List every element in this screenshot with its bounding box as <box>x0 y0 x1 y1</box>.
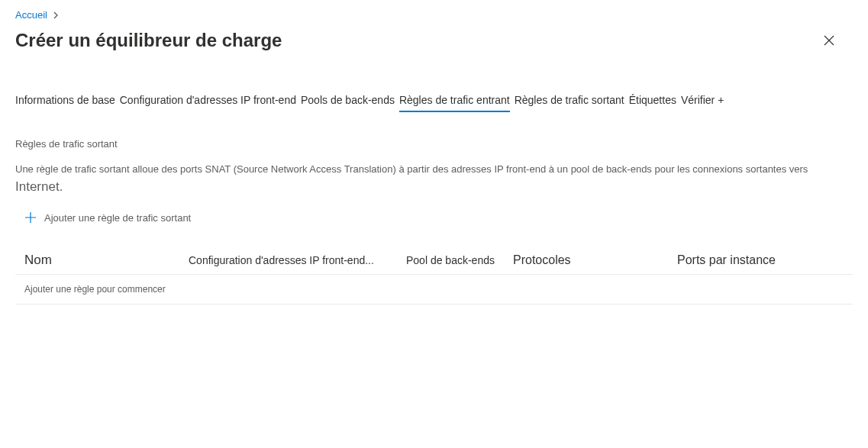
breadcrumb-home-link[interactable]: Accueil <box>15 9 47 21</box>
outbound-desc-text: Une règle de trafic sortant alloue des p… <box>15 163 808 175</box>
outbound-rules-table: Nom Configuration d'adresses IP front-en… <box>0 224 868 305</box>
table-header-row: Nom Configuration d'adresses IP front-en… <box>15 253 853 274</box>
plus-icon <box>24 211 37 224</box>
column-frontend-ip[interactable]: Configuration d'adresses IP front-end... <box>189 254 406 266</box>
outbound-section-description: Une règle de trafic sortant alloue des p… <box>0 150 868 196</box>
breadcrumb: Accueil <box>0 0 868 24</box>
table-empty-row: Ajouter une règle pour commencer <box>15 274 853 305</box>
tab-backend-pools[interactable]: Pools de back-ends <box>301 94 395 112</box>
column-protocols[interactable]: Protocoles <box>513 253 677 267</box>
tab-outbound-rules[interactable]: Règles de trafic sortant <box>515 94 624 112</box>
page-title: Créer un équilibreur de charge <box>15 30 282 51</box>
tab-basics[interactable]: Informations de base <box>15 94 115 112</box>
close-button[interactable] <box>821 32 837 49</box>
column-name[interactable]: Nom <box>24 253 189 268</box>
outbound-section-heading: Règles de trafic sortant <box>0 112 868 150</box>
tab-frontend-ip[interactable]: Configuration d'adresses IP front-end <box>120 94 296 112</box>
add-outbound-rule-button[interactable]: Ajouter une règle de trafic sortant <box>0 196 868 224</box>
add-outbound-rule-label: Ajouter une règle de trafic sortant <box>44 212 191 224</box>
outbound-desc-emph: Internet. <box>15 179 63 194</box>
tab-review[interactable]: Vérifier + <box>681 94 724 112</box>
tabs-row: Informations de base Configuration d'adr… <box>0 57 868 112</box>
close-icon <box>824 35 834 46</box>
tab-tags[interactable]: Étiquettes <box>629 94 676 112</box>
chevron-right-icon <box>53 11 60 19</box>
column-ports-per-instance[interactable]: Ports par instance <box>677 253 844 267</box>
tab-inbound-rules[interactable]: Règles de trafic entrant <box>399 94 510 112</box>
page-header: Créer un équilibreur de charge <box>0 24 868 57</box>
column-backend-pool[interactable]: Pool de back-ends <box>406 254 513 266</box>
